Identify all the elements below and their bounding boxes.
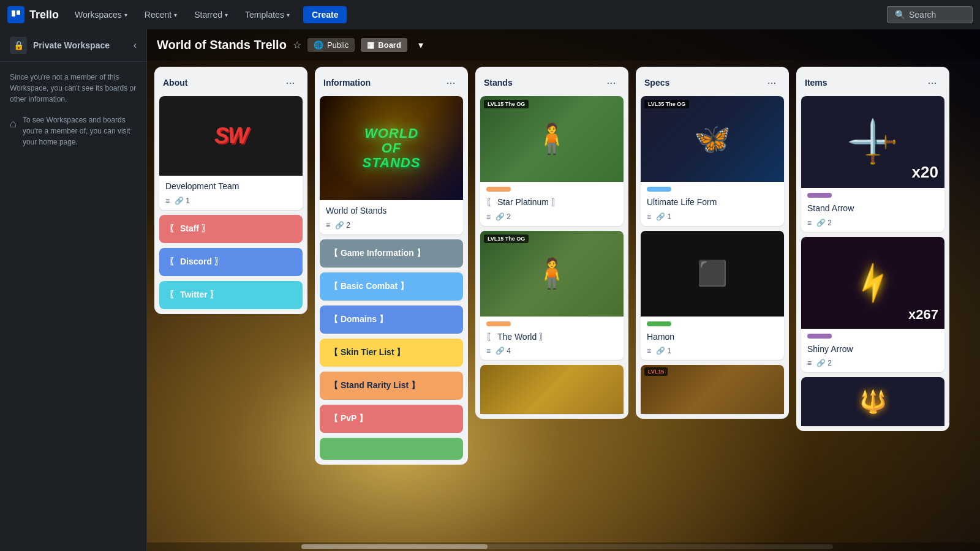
starred-menu[interactable]: Starred ▾ xyxy=(188,6,234,23)
item-preview-icon: 🔱 xyxy=(859,389,887,414)
card-ulf[interactable]: LVL35 The OG 🦋 Ultimate Life Form ≡ 🔗 1 xyxy=(641,96,784,226)
sidebar: 🔒 Private Workspace ‹ Since you're not a… xyxy=(0,29,147,551)
card-green-extra[interactable] xyxy=(320,438,463,460)
card-hamon-title: Hamon xyxy=(647,331,778,343)
create-button[interactable]: Create xyxy=(303,6,347,23)
chevron-down-icon: ▾ xyxy=(124,12,127,18)
card-shiny-arrow[interactable]: ⚡ x267 Shiny Arrow ≡ 🔗 2 xyxy=(801,237,944,373)
card-hamon-footer: ≡ 🔗 1 xyxy=(647,347,778,355)
card-wos[interactable]: WORLDOFSTANDS World of Stands ≡ 🔗 2 xyxy=(320,96,463,234)
svg-rect-0 xyxy=(12,10,15,17)
column-information-menu[interactable]: ··· xyxy=(442,74,459,91)
column-information-header: Information ··· xyxy=(315,67,468,96)
card-the-world[interactable]: LVL15 The OG 🧍 〖 The World 〗 ≡ 🔗 4 xyxy=(480,231,624,361)
card-spec-preview[interactable]: LVL15 xyxy=(641,365,784,414)
card-twitter[interactable]: 〖 Twitter 〗 xyxy=(159,281,303,309)
shiny-lines: ≡ xyxy=(807,359,812,367)
chevron-down-icon: ▾ xyxy=(225,12,228,18)
app-logo: Trello xyxy=(7,6,59,23)
card-dev-team[interactable]: SW Development Team ≡ 🔗 1 xyxy=(159,96,303,210)
chevron-down-icon: ▾ xyxy=(174,12,177,18)
lock-icon: 🔒 xyxy=(10,37,27,54)
search-label: Search xyxy=(909,10,936,20)
card-dev-team-body: Development Team ≡ 🔗 1 xyxy=(159,176,303,210)
board-scrollbar[interactable] xyxy=(147,542,980,551)
recent-menu[interactable]: Recent ▾ xyxy=(138,6,183,23)
board-view-chevron[interactable]: ▾ xyxy=(413,37,428,53)
card-meta-lines: ≡ xyxy=(165,197,170,205)
card-skin-tier[interactable]: 【 Skin Tier List 】 xyxy=(320,339,463,367)
column-items-menu[interactable]: ··· xyxy=(924,74,941,91)
column-about-menu[interactable]: ··· xyxy=(282,74,299,91)
stand-arrow-image: ⚔️ x20 xyxy=(801,96,944,188)
card-discord[interactable]: 〖 Discord 〗 xyxy=(159,248,303,276)
sp-lines: ≡ xyxy=(486,212,491,221)
scrollbar-track xyxy=(301,544,833,549)
arrow-clips: 🔗 2 xyxy=(816,219,832,227)
star-platinum-image: LVL15 The OG 🧍 xyxy=(480,96,624,182)
hamon-image: ⬛ xyxy=(641,231,784,317)
shiny-count: x267 xyxy=(908,307,938,323)
card-stand-preview[interactable] xyxy=(480,365,624,414)
card-star-platinum[interactable]: LVL15 The OG 🧍 〖 Star Platinum 〗 ≡ 🔗 2 xyxy=(480,96,624,226)
card-stand-rarity[interactable]: 【 Stand Rarity List 】 xyxy=(320,372,463,400)
card-basic-combat[interactable]: 【 Basic Combat 】 xyxy=(320,272,463,301)
card-ulf-title: Ultimate Life Form xyxy=(647,197,778,209)
column-specs-menu[interactable]: ··· xyxy=(763,74,780,91)
column-about-title: About xyxy=(163,78,187,88)
shiny-arrow-icon: ⚡ xyxy=(848,258,899,307)
column-specs-title: Specs xyxy=(644,78,669,88)
card-domains[interactable]: 【 Domains 】 xyxy=(320,305,463,334)
board-star-button[interactable]: ☆ xyxy=(293,39,301,51)
app-name: Trello xyxy=(29,9,59,21)
sidebar-home-text: To see Workspaces and boards you're a me… xyxy=(23,114,137,148)
card-sp-title: 〖 Star Platinum 〗 xyxy=(486,197,617,209)
card-dev-team-title: Development Team xyxy=(165,181,296,193)
shiny-label-bar xyxy=(807,334,832,339)
board-visibility[interactable]: 🌐 Public xyxy=(307,38,355,52)
card-ulf-body: Ultimate Life Form ≡ 🔗 1 xyxy=(641,182,784,226)
board-icon: ▦ xyxy=(367,40,374,50)
home-icon: ⌂ xyxy=(10,116,17,132)
card-shiny-title: Shiny Arrow xyxy=(807,343,938,356)
dev-team-image: SW xyxy=(159,96,303,176)
column-information-body: WORLDOFSTANDS World of Stands ≡ 🔗 2 【 Ga… xyxy=(315,96,468,465)
card-item-preview[interactable]: 🔱 xyxy=(801,377,944,426)
card-stand-arrow[interactable]: ⚔️ x20 Stand Arrow ≡ 🔗 2 xyxy=(801,96,944,232)
shiny-arrow-image: ⚡ x267 xyxy=(801,237,944,329)
item-preview-image: 🔱 xyxy=(801,377,944,426)
level-badge: LVL15 The OG xyxy=(484,100,529,108)
column-specs-header: Specs ··· xyxy=(636,67,789,96)
column-stands-menu[interactable]: ··· xyxy=(603,74,620,91)
chevron-down-icon: ▾ xyxy=(287,12,290,18)
view-label: Board xyxy=(378,40,401,50)
tw-label-bar xyxy=(486,321,511,326)
column-about-body: SW Development Team ≡ 🔗 1 〖 Staff 〗 xyxy=(154,96,307,314)
shiny-clips: 🔗 2 xyxy=(816,359,832,367)
arrow-label-bar xyxy=(807,193,832,198)
tw-clips: 🔗 4 xyxy=(496,347,511,355)
card-game-info[interactable]: 【 Game Information 】 xyxy=(320,239,463,268)
stand-preview-image xyxy=(480,365,624,414)
card-pvp[interactable]: 【 PvP 】 xyxy=(320,405,463,433)
templates-label: Templates xyxy=(245,10,284,20)
search-bar[interactable]: 🔍 Search xyxy=(887,6,973,23)
card-sp-footer: ≡ 🔗 2 xyxy=(486,212,617,221)
card-shiny-body: Shiny Arrow ≡ 🔗 2 xyxy=(801,329,944,373)
templates-menu[interactable]: Templates ▾ xyxy=(239,6,296,23)
sidebar-collapse-button[interactable]: ‹ xyxy=(134,40,137,51)
card-staff[interactable]: 〖 Staff 〗 xyxy=(159,215,303,243)
workspaces-menu[interactable]: Workspaces ▾ xyxy=(69,6,134,23)
card-hamon[interactable]: ⬛ Hamon ≡ 🔗 1 xyxy=(641,231,784,361)
column-items-body: ⚔️ x20 Stand Arrow ≡ 🔗 2 xyxy=(796,96,949,431)
sidebar-content: Since you're not a member of this Worksp… xyxy=(0,62,146,551)
board-view-button[interactable]: ▦ Board xyxy=(361,38,407,52)
hamon-label-bar xyxy=(647,321,671,326)
card-hamon-body: Hamon ≡ 🔗 1 xyxy=(641,317,784,361)
column-about: About ··· SW Development Team ≡ 🔗 xyxy=(154,67,307,314)
ulf-level-badge: LVL35 The OG xyxy=(644,100,689,108)
ulf-char: 🦋 xyxy=(694,122,731,156)
wos-image: WORLDOFSTANDS xyxy=(320,96,463,200)
card-sp-body: 〖 Star Platinum 〗 ≡ 🔗 2 xyxy=(480,182,624,226)
column-stands-body: LVL15 The OG 🧍 〖 Star Platinum 〗 ≡ 🔗 2 xyxy=(475,96,628,419)
